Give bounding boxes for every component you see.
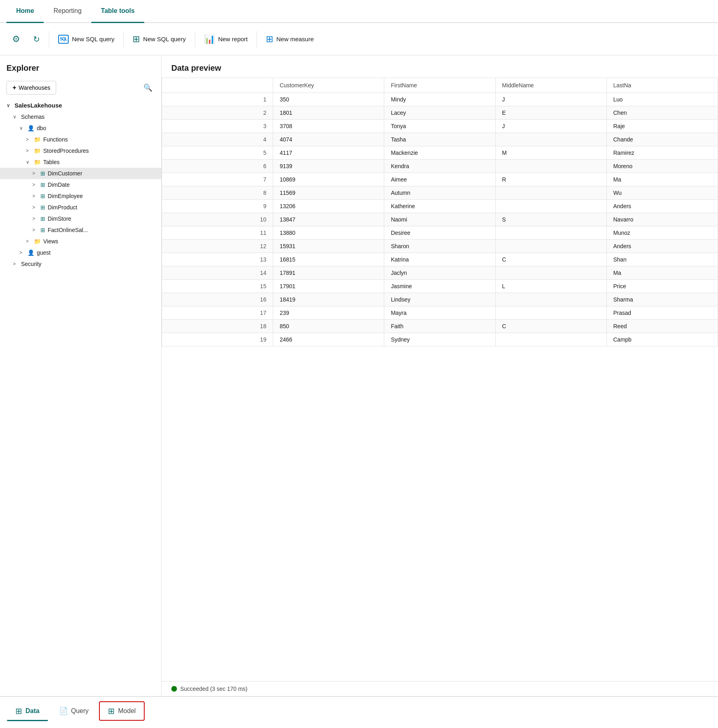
new-visual-query-button[interactable]: ⊞ New SQL query xyxy=(127,28,191,51)
main-layout: Explorer + Warehouses 🔍 ∨ SalesLakehouse… xyxy=(0,55,718,696)
warehouses-label: Warehouses xyxy=(19,84,50,91)
cell-customerkey: 4074 xyxy=(273,133,384,146)
tree-item-security[interactable]: > Security xyxy=(0,258,161,270)
tree-item-saleslakehouse[interactable]: ∨ SalesLakehouse xyxy=(0,99,161,111)
cell-rownum: 15 xyxy=(162,280,273,293)
caret-dimemployee: > xyxy=(32,193,38,199)
tree: ∨ SalesLakehouse ∨ Schemas ∨ 👤 dbo > 📁 F… xyxy=(0,98,161,696)
dbo-icon: 👤 xyxy=(27,125,34,131)
cell-lastname: Ma xyxy=(606,173,718,186)
cell-rownum: 7 xyxy=(162,173,273,186)
cell-lastname: Reed xyxy=(606,320,718,333)
warehouses-button[interactable]: + Warehouses xyxy=(6,81,56,95)
toolbar-separator-3 xyxy=(195,31,195,47)
cell-firstname: Lindsey xyxy=(384,293,495,306)
cell-customerkey: 239 xyxy=(273,306,384,320)
cell-rownum: 2 xyxy=(162,106,273,120)
cell-firstname: Lacey xyxy=(384,106,495,120)
cell-lastname: Moreno xyxy=(606,160,718,173)
caret-views: > xyxy=(26,238,32,244)
toolbar-separator-2 xyxy=(123,31,124,47)
cell-customerkey: 2466 xyxy=(273,333,384,346)
cell-firstname: Mackenzie xyxy=(384,146,495,160)
tree-item-guest[interactable]: > 👤 guest xyxy=(0,247,161,258)
settings-button[interactable]: ⚙ xyxy=(6,28,26,51)
cell-customerkey: 13847 xyxy=(273,213,384,226)
cell-middlename xyxy=(495,160,606,173)
cell-lastname: Anders xyxy=(606,200,718,213)
tree-item-tables[interactable]: ∨ 📁 Tables xyxy=(0,156,161,168)
col-header-firstname: FirstName xyxy=(384,78,495,93)
cell-firstname: Mindy xyxy=(384,93,495,106)
tree-label-functions: Functions xyxy=(43,136,68,143)
cell-firstname: Faith xyxy=(384,320,495,333)
search-button[interactable]: 🔍 xyxy=(141,81,155,95)
cell-firstname: Kendra xyxy=(384,160,495,173)
cell-lastname: Raje xyxy=(606,120,718,133)
caret-dimstore: > xyxy=(32,216,38,222)
query-tab-label: Query xyxy=(71,707,89,715)
cell-customerkey: 11569 xyxy=(273,186,384,200)
tree-label-storedprocedures: StoredProcedures xyxy=(43,148,89,154)
tree-label-guest: guest xyxy=(37,249,51,256)
tree-label-schemas: Schemas xyxy=(21,114,44,120)
table-row: 13 16815 Katrina C Shan xyxy=(162,253,718,266)
caret-saleslakehouse: ∨ xyxy=(6,103,12,108)
tree-item-dimemployee[interactable]: > ⊞ DimEmployee xyxy=(0,190,161,202)
bottom-tab-query[interactable]: 📄 Query xyxy=(50,702,98,720)
tree-item-dbo[interactable]: ∨ 👤 dbo xyxy=(0,122,161,134)
tree-label-saleslakehouse: SalesLakehouse xyxy=(15,102,62,109)
cell-rownum: 13 xyxy=(162,253,273,266)
cell-firstname: Katherine xyxy=(384,200,495,213)
explorer-panel: Explorer + Warehouses 🔍 ∨ SalesLakehouse… xyxy=(0,55,162,696)
cell-lastname: Sharma xyxy=(606,293,718,306)
new-sql-query-label: New SQL query xyxy=(72,36,114,42)
table-row: 1 350 Mindy J Luo xyxy=(162,93,718,106)
cell-middlename: C xyxy=(495,253,606,266)
tab-home[interactable]: Home xyxy=(6,0,44,23)
cell-firstname: Sharon xyxy=(384,240,495,253)
new-measure-label: New measure xyxy=(276,36,314,42)
tab-table-tools[interactable]: Table tools xyxy=(91,0,144,23)
tree-label-dbo: dbo xyxy=(37,125,46,131)
cell-rownum: 10 xyxy=(162,213,273,226)
new-sql-query-button[interactable]: SQL New SQL query xyxy=(53,28,120,51)
tree-label-views: Views xyxy=(43,238,58,245)
tree-item-views[interactable]: > 📁 Views xyxy=(0,236,161,247)
table-row: 12 15931 Sharon Anders xyxy=(162,240,718,253)
cell-rownum: 14 xyxy=(162,266,273,280)
table-row: 2 1801 Lacey E Chen xyxy=(162,106,718,120)
tree-item-functions[interactable]: > 📁 Functions xyxy=(0,134,161,145)
tree-item-factonlinesal[interactable]: > ⊞ FactOnlineSal... xyxy=(0,224,161,236)
refresh-button[interactable]: ↻ xyxy=(27,28,46,51)
cell-lastname: Munoz xyxy=(606,226,718,240)
cell-middlename: M xyxy=(495,146,606,160)
tree-item-dimdate[interactable]: > ⊞ DimDate xyxy=(0,179,161,190)
tree-item-dimcustomer[interactable]: > ⊞ DimCustomer xyxy=(0,168,161,179)
caret-storedprocedures: > xyxy=(26,148,32,154)
cell-customerkey: 4117 xyxy=(273,146,384,160)
tree-item-dimproduct[interactable]: > ⊞ DimProduct xyxy=(0,202,161,213)
tab-reporting[interactable]: Reporting xyxy=(44,0,91,23)
cell-customerkey: 17891 xyxy=(273,266,384,280)
new-report-button[interactable]: 📊 New report xyxy=(198,28,253,51)
preview-table-wrap[interactable]: CustomerKey FirstName MiddleName LastNa … xyxy=(162,78,718,681)
table-row: 4 4074 Tasha Chande xyxy=(162,133,718,146)
tree-label-factonlinesal: FactOnlineSal... xyxy=(48,227,88,233)
cell-middlename xyxy=(495,240,606,253)
cell-lastname: Ma xyxy=(606,266,718,280)
tree-item-storedprocedures[interactable]: > 📁 StoredProcedures xyxy=(0,145,161,156)
functions-icon: 📁 xyxy=(34,136,41,143)
bottom-tab-model[interactable]: ⊞ Model xyxy=(99,701,145,721)
cell-lastname: Shan xyxy=(606,253,718,266)
tree-item-dimstore[interactable]: > ⊞ DimStore xyxy=(0,213,161,224)
tree-label-security: Security xyxy=(21,261,42,267)
bottom-tabs: ⊞ Data 📄 Query ⊞ Model xyxy=(0,696,718,725)
cell-lastname: Chande xyxy=(606,133,718,146)
cell-rownum: 17 xyxy=(162,306,273,320)
cell-lastname: Luo xyxy=(606,93,718,106)
data-preview-panel: Data preview CustomerKey FirstName Middl… xyxy=(162,55,718,696)
tree-item-schemas[interactable]: ∨ Schemas xyxy=(0,111,161,122)
new-measure-button[interactable]: ⊞ New measure xyxy=(260,28,320,51)
bottom-tab-data[interactable]: ⊞ Data xyxy=(6,701,48,721)
